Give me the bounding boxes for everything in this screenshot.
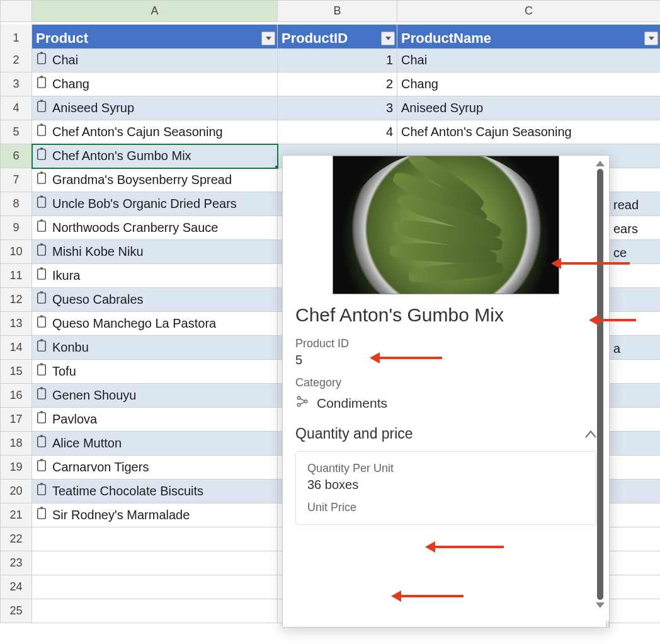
cell-a-value: Teatime Chocolate Biscuits [52, 484, 203, 498]
cell-A7[interactable]: Grandma's Boysenberry Spread [32, 168, 278, 192]
scroll-down-icon[interactable] [596, 602, 605, 608]
cell-B3[interactable]: 2 [278, 72, 397, 96]
scroll-track[interactable] [597, 169, 603, 600]
cell-A12[interactable]: Queso Cabrales [32, 288, 278, 312]
cell-a-value: Queso Manchego La Pastora [52, 316, 216, 331]
data-type-icon[interactable] [36, 363, 52, 380]
svg-rect-7 [38, 221, 46, 231]
cell-A10[interactable]: Mishi Kobe Niku [32, 240, 278, 264]
data-type-icon[interactable] [36, 411, 52, 428]
cell-A6[interactable]: Chef Anton's Gumbo Mix [32, 144, 278, 168]
cell-B5[interactable]: 4 [278, 120, 397, 144]
card-scrollbar[interactable] [594, 161, 606, 608]
row-header[interactable]: 7 [1, 168, 32, 192]
row-header[interactable]: 20 [1, 480, 32, 503]
data-type-icon[interactable] [36, 171, 52, 188]
row-header[interactable]: 22 [1, 527, 32, 551]
cell-A22[interactable] [32, 527, 278, 551]
cell-A15[interactable]: Tofu [32, 360, 278, 384]
card-section-header[interactable]: Quantity and price [295, 425, 596, 442]
filter-dropdown-icon[interactable] [261, 32, 275, 45]
cell-C2[interactable]: Chai [397, 49, 660, 72]
cell-c-peek: a [611, 336, 620, 360]
row-header[interactable]: 11 [1, 264, 32, 288]
data-type-icon[interactable] [36, 267, 52, 284]
cell-A24[interactable] [32, 575, 278, 599]
data-type-icon[interactable] [36, 147, 52, 164]
data-type-icon[interactable] [36, 124, 52, 141]
row-header[interactable]: 13 [1, 312, 32, 336]
data-type-icon[interactable] [36, 483, 52, 500]
row-header[interactable]: 3 [1, 72, 32, 96]
cell-A23[interactable] [32, 551, 278, 575]
cell-A5[interactable]: Chef Anton's Cajun Seasoning [32, 120, 278, 144]
data-type-icon[interactable] [36, 387, 52, 404]
cell-a-value: Queso Cabrales [52, 292, 144, 307]
cell-A8[interactable]: Uncle Bob's Organic Dried Pears [32, 192, 278, 216]
data-type-icon[interactable] [36, 507, 52, 524]
cell-A25[interactable] [32, 599, 278, 623]
col-header-C[interactable]: C [397, 1, 660, 22]
data-type-icon[interactable] [36, 100, 52, 117]
row-header[interactable]: 19 [1, 456, 32, 480]
row-header[interactable]: 16 [1, 384, 32, 408]
cell-C3[interactable]: Chang [397, 72, 660, 96]
row-header[interactable]: 15 [1, 360, 32, 384]
data-type-icon[interactable] [36, 52, 52, 69]
svg-rect-19 [38, 509, 46, 519]
data-type-icon[interactable] [36, 219, 52, 236]
row-header[interactable]: 10 [1, 240, 32, 264]
data-type-icon[interactable] [36, 243, 52, 260]
data-type-icon[interactable] [36, 435, 52, 452]
row-header[interactable]: 14 [1, 336, 32, 360]
cell-A9[interactable]: Northwoods Cranberry Sauce [32, 216, 278, 240]
filter-dropdown-icon[interactable] [644, 32, 658, 45]
row-header[interactable]: 6 [1, 144, 32, 168]
cell-B4[interactable]: 3 [278, 96, 397, 120]
cell-A16[interactable]: Genen Shouyu [32, 384, 278, 408]
scroll-up-icon[interactable] [596, 161, 605, 166]
row-header[interactable]: 12 [1, 288, 32, 312]
cell-A20[interactable]: Teatime Chocolate Biscuits [32, 480, 278, 503]
data-type-icon[interactable] [36, 195, 52, 212]
row-header[interactable]: 24 [1, 575, 32, 599]
row-header[interactable]: 8 [1, 192, 32, 216]
data-type-icon[interactable] [36, 339, 52, 356]
cell-A14[interactable]: Konbu [32, 336, 278, 360]
col-header-A[interactable]: A [32, 1, 278, 22]
row-header[interactable]: 23 [1, 551, 32, 575]
data-type-icon[interactable] [36, 291, 52, 308]
card-category-value[interactable]: Condiments [317, 396, 387, 411]
row-header[interactable]: 25 [1, 599, 32, 623]
select-all-corner[interactable] [1, 1, 32, 22]
col-header-B[interactable]: B [278, 1, 397, 22]
row-header[interactable]: 21 [1, 503, 32, 527]
row-header[interactable]: 9 [1, 216, 32, 240]
data-type-icon[interactable] [36, 315, 52, 332]
filter-dropdown-icon[interactable] [381, 32, 395, 45]
cell-C4[interactable]: Aniseed Syrup [397, 96, 660, 120]
data-type-icon[interactable] [36, 459, 52, 476]
row-header[interactable]: 4 [1, 96, 32, 120]
cell-A17[interactable]: Pavlova [32, 408, 278, 432]
cell-A11[interactable]: Ikura [32, 264, 278, 288]
data-type-icon[interactable] [36, 76, 52, 93]
data-type-card: Chef Anton's Gumbo Mix Product ID 5 Cate… [282, 155, 610, 628]
cell-a-value: Uncle Bob's Organic Dried Pears [52, 197, 237, 211]
resize-grip-icon[interactable]: ⠿ [605, 623, 608, 626]
cell-A21[interactable]: Sir Rodney's Marmalade [32, 503, 278, 527]
svg-rect-13 [38, 365, 46, 375]
cell-C5[interactable]: Chef Anton's Cajun Seasoning [397, 120, 660, 144]
svg-rect-0 [38, 54, 46, 64]
cell-A2[interactable]: Chai [32, 49, 278, 72]
cell-A19[interactable]: Carnarvon Tigers [32, 456, 278, 480]
row-header[interactable]: 18 [1, 432, 32, 456]
cell-A3[interactable]: Chang [32, 72, 278, 96]
cell-A18[interactable]: Alice Mutton [32, 432, 278, 456]
row-header[interactable]: 17 [1, 408, 32, 432]
cell-B2[interactable]: 1 [278, 49, 397, 72]
cell-A13[interactable]: Queso Manchego La Pastora [32, 312, 278, 336]
row-header[interactable]: 5 [1, 120, 32, 144]
row-header[interactable]: 2 [1, 49, 32, 72]
cell-A4[interactable]: Aniseed Syrup [32, 96, 278, 120]
